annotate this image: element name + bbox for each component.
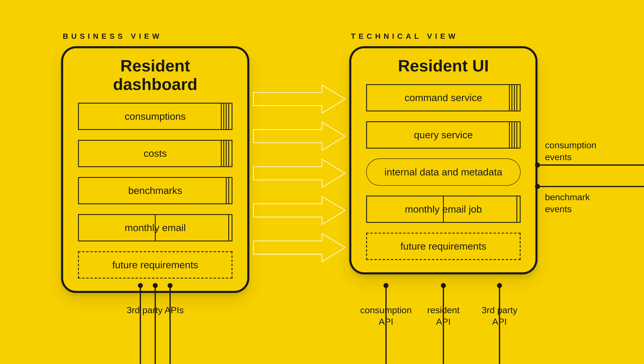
label-line: 3rd party [481,305,517,315]
business-item-future: future requirements [78,251,233,278]
row-label: monthly email [125,222,186,234]
label-line: events [545,152,572,162]
business-item-benchmarks: benchmarks [78,177,233,204]
business-view-label: BUSINESS VIEW [63,32,163,41]
label-line: resident [427,305,459,315]
technical-item-command-service: command service [366,84,520,111]
technical-view-label: TECHNICAL VIEW [351,32,458,41]
label-line: API [436,316,451,326]
label-line: consumption [360,305,412,315]
mapping-arrows [253,85,345,262]
row-label: internal data and metadata [384,166,502,178]
business-bottom-connectors [138,283,172,364]
technical-item-query-service: query service [366,121,520,148]
label-line: events [545,204,572,214]
label-line: benchmark [545,192,590,202]
row-label: command service [405,92,482,104]
side-event-consumption: consumption events [545,140,596,163]
technical-panel-title: Resident UI [366,56,520,75]
row-label: monthly email job [405,204,482,215]
business-panel: Resident dashboard consumptions costs be… [61,46,249,293]
technical-panel: Resident UI command service query servic… [349,46,537,274]
label-line: API [379,316,393,326]
row-label: benchmarks [128,185,182,196]
row-label: costs [144,148,167,159]
technical-api-label-consumption: consumption API [353,304,419,327]
technical-api-label-3rdparty: 3rd party API [466,304,532,327]
side-event-connectors [535,162,644,189]
svg-point-5 [497,283,502,288]
svg-point-3 [383,283,388,288]
row-label: future requirements [112,259,198,271]
technical-item-monthly-email-job: monthly email job [366,196,520,223]
business-item-consumptions: consumptions [78,103,233,130]
technical-item-internal-data: internal data and metadata [366,158,520,186]
business-api-group-label: 3rd party APIs [122,304,188,316]
business-item-costs: costs [78,140,233,167]
label-line: consumption [545,140,596,150]
label-line: API [492,316,507,326]
side-event-benchmark: benchmark events [545,192,590,215]
business-item-monthly-email: monthly email [78,214,233,242]
row-label: future requirements [400,240,486,252]
row-label: query service [414,129,473,141]
row-label: consumptions [125,110,186,122]
business-panel-title: Resident dashboard [78,56,233,94]
svg-point-4 [441,283,446,288]
technical-item-future: future requirements [366,233,520,260]
